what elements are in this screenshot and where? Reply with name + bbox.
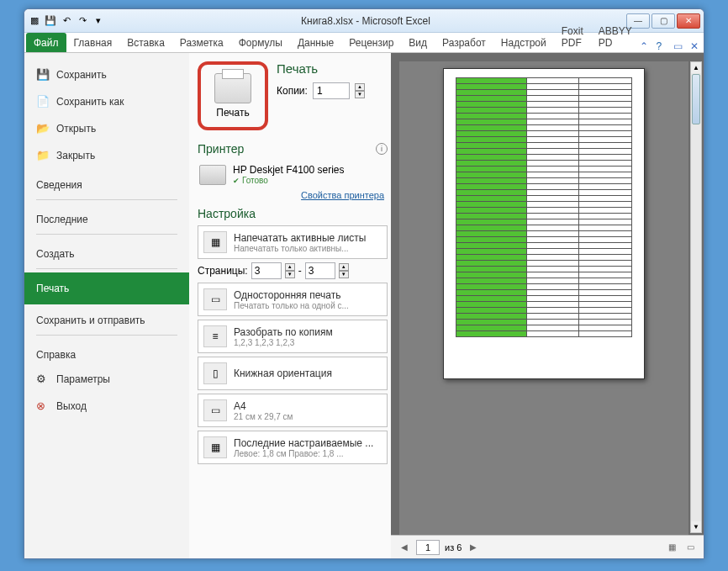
tab-formulas[interactable]: Формулы <box>231 33 290 52</box>
tab-review[interactable]: Рецензир <box>341 33 401 52</box>
tab-data[interactable]: Данные <box>290 33 341 52</box>
spin-up-icon[interactable]: ▲ <box>339 263 349 271</box>
tab-insert[interactable]: Вставка <box>119 33 172 52</box>
tab-home[interactable]: Главная <box>66 33 120 52</box>
help-icon[interactable]: ? <box>657 40 668 52</box>
printer-icon <box>214 73 251 103</box>
quick-access-toolbar: ▩ 💾 ↶ ↷ ▾ <box>28 14 105 28</box>
page-number-input[interactable] <box>416 540 440 555</box>
sidebar-info[interactable]: Сведения <box>24 169 189 196</box>
tab-abbyy[interactable]: ABBYY PD <box>591 21 640 52</box>
separator <box>36 234 177 235</box>
close-doc-icon: 📁 <box>36 149 50 162</box>
dropdown-title: Односторонняя печать <box>234 289 382 301</box>
preview-page <box>443 68 645 379</box>
spin-down-icon[interactable]: ▼ <box>355 91 365 98</box>
tab-addins[interactable]: Надстрой <box>493 33 554 52</box>
sidebar-open[interactable]: 📂Открыть <box>24 115 189 142</box>
printer-name: HP Deskjet F4100 series <box>233 164 345 176</box>
minimize-ribbon-icon[interactable]: ⌃ <box>640 40 652 52</box>
separator <box>36 268 177 269</box>
sidebar-saveas[interactable]: 📄Сохранить как <box>24 88 189 115</box>
tab-layout[interactable]: Разметка <box>172 33 231 52</box>
ribbon-min-icon[interactable]: ▭ <box>673 40 685 52</box>
duplex-dropdown[interactable]: ▭ Односторонняя печатьПечатать только на… <box>198 283 388 316</box>
spin-down-icon[interactable]: ▼ <box>285 271 295 278</box>
copies-spinner[interactable]: ▲▼ <box>355 83 365 98</box>
sidebar-share[interactable]: Сохранить и отправить <box>24 304 189 331</box>
sidebar-save[interactable]: 💾Сохранить <box>24 61 189 88</box>
page-from-spinner[interactable]: ▲▼ <box>285 263 295 278</box>
save-icon: 💾 <box>36 68 50 82</box>
dropdown-title: Книжная ориентация <box>234 367 382 379</box>
page-from-input[interactable] <box>251 262 282 279</box>
backstage-content: 💾Сохранить 📄Сохранить как 📂Открыть 📁Закр… <box>24 53 704 558</box>
print-button[interactable]: Печать <box>198 61 268 130</box>
margins-dropdown[interactable]: ▦ Последние настраиваемые ...Левое: 1,8 … <box>198 431 388 464</box>
sidebar-exit[interactable]: ⊗Выход <box>24 393 189 420</box>
dropdown-title: Последние настраиваемые ... <box>234 437 382 449</box>
separator <box>36 199 177 200</box>
paper-dropdown[interactable]: ▭ A421 см x 29,7 см <box>198 394 388 427</box>
print-top-row: Печать Печать Копии: ▲▼ <box>198 61 388 130</box>
preview-scrollbar[interactable]: ▲ ▼ <box>690 61 702 533</box>
sidebar-label: Закрыть <box>56 150 95 161</box>
next-page-button[interactable]: ▶ <box>467 541 480 554</box>
collate-dropdown[interactable]: ≡ Разобрать по копиям1,2,3 1,2,3 1,2,3 <box>198 320 388 353</box>
qat-dropdown-icon[interactable]: ▾ <box>92 14 105 28</box>
printer-properties-link[interactable]: Свойства принтера <box>198 190 384 200</box>
spin-up-icon[interactable]: ▲ <box>355 83 365 91</box>
options-icon: ⚙ <box>36 373 50 386</box>
sidebar-print[interactable]: Печать <box>24 272 189 304</box>
scroll-down-icon[interactable]: ▼ <box>691 521 701 532</box>
zoom-page-icon[interactable]: ▭ <box>683 541 697 554</box>
prev-page-button[interactable]: ◀ <box>398 541 411 554</box>
print-main: Печать Печать Копии: ▲▼ Принтерi <box>189 53 704 558</box>
sidebar-new[interactable]: Создать <box>24 238 189 265</box>
spin-up-icon[interactable]: ▲ <box>285 263 295 271</box>
printer-device-icon <box>199 165 226 185</box>
dropdown-title: A4 <box>234 400 382 412</box>
tab-foxit[interactable]: Foxit PDF <box>554 21 591 52</box>
tab-file[interactable]: Файл <box>26 33 66 52</box>
copies-label: Копии: <box>277 85 308 97</box>
printer-selector[interactable]: HP Deskjet F4100 series Готово <box>198 161 388 188</box>
scroll-thumb[interactable] <box>692 74 700 124</box>
copies-input[interactable] <box>313 82 350 99</box>
ribbon-close-icon[interactable]: ✕ <box>690 40 702 52</box>
pages-sep: - <box>298 265 302 277</box>
page-to-spinner[interactable]: ▲▼ <box>339 263 349 278</box>
page-icon: ▭ <box>203 288 227 310</box>
dropdown-sub: 21 см x 29,7 см <box>234 412 382 421</box>
sidebar-close[interactable]: 📁Закрыть <box>24 142 189 169</box>
tab-view[interactable]: Вид <box>401 33 435 52</box>
open-icon: 📂 <box>36 122 50 135</box>
dropdown-sub: 1,2,3 1,2,3 1,2,3 <box>234 338 382 347</box>
info-icon[interactable]: i <box>376 143 388 155</box>
sidebar-recent[interactable]: Последние <box>24 204 189 230</box>
sheets-icon: ▦ <box>203 231 227 253</box>
excel-icon: ▩ <box>28 14 41 28</box>
preview-nav-bar: ◀ из 6 ▶ ▦ ▭ <box>391 535 704 558</box>
maximize-button[interactable]: ▢ <box>652 13 675 29</box>
tab-developer[interactable]: Разработ <box>435 33 493 52</box>
orientation-dropdown[interactable]: ▯ Книжная ориентация <box>198 357 388 390</box>
show-margins-icon[interactable]: ▦ <box>665 541 678 554</box>
sidebar-label: Выход <box>56 400 87 412</box>
spin-down-icon[interactable]: ▼ <box>339 271 349 278</box>
print-settings-column: Печать Печать Копии: ▲▼ Принтерi <box>189 53 391 558</box>
print-heading: Печать <box>277 61 388 76</box>
qat-undo-icon[interactable]: ↶ <box>60 14 73 28</box>
sidebar-options[interactable]: ⚙Параметры <box>24 366 189 393</box>
qat-save-icon[interactable]: 💾 <box>44 14 57 28</box>
ribbon-tabs: Файл Главная Вставка Разметка Формулы Да… <box>24 33 704 53</box>
dropdown-title: Разобрать по копиям <box>234 326 382 338</box>
close-button[interactable]: ✕ <box>677 13 700 29</box>
scroll-up-icon[interactable]: ▲ <box>691 62 701 73</box>
section-label: Принтер <box>198 142 244 156</box>
page-to-input[interactable] <box>305 262 335 279</box>
sidebar-help[interactable]: Справка <box>24 339 189 366</box>
copies-row: Копии: ▲▼ <box>277 82 388 99</box>
qat-redo-icon[interactable]: ↷ <box>76 14 89 28</box>
print-what-dropdown[interactable]: ▦ Напечатать активные листыНапечатать то… <box>198 225 388 259</box>
